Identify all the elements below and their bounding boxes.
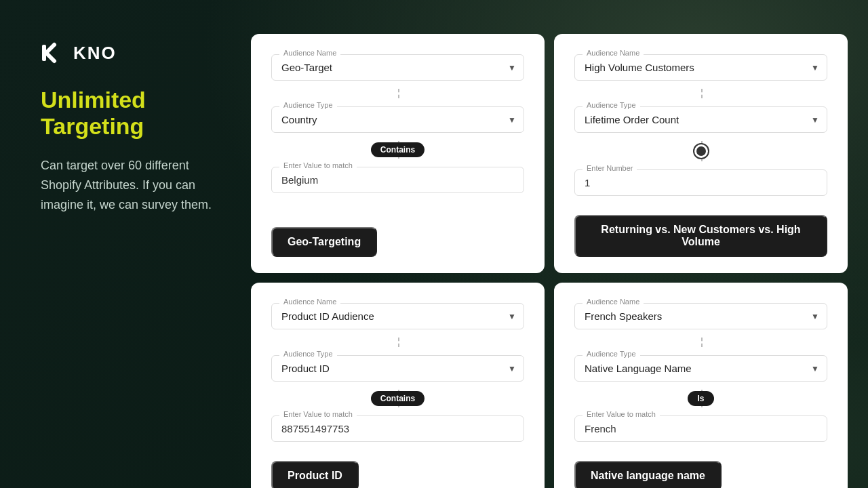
- audience-name-select-4[interactable]: French Speakers: [574, 303, 827, 329]
- audience-type-label-1: Audience Type: [279, 101, 337, 109]
- contains-badge-3: Contains: [371, 391, 425, 406]
- value-input-wrapper-1: Enter Value to match: [271, 167, 524, 193]
- audience-type-select-1[interactable]: Country: [271, 106, 524, 133]
- audience-type-label-2: Audience Type: [583, 101, 640, 109]
- number-connector-2: [574, 141, 827, 161]
- description: Can target over 60 different Shopify Att…: [41, 156, 217, 214]
- audience-type-label-4: Audience Type: [583, 350, 640, 358]
- number-input-2[interactable]: [574, 169, 827, 196]
- card-footer-4: Native language name: [574, 450, 827, 488]
- connector-3: [271, 338, 524, 347]
- card-french-speakers: Audience Name French Speakers ▼ Audience…: [554, 283, 848, 488]
- native-language-button[interactable]: Native language name: [574, 461, 722, 488]
- value-input-wrapper-4: Enter Value to match: [574, 415, 827, 442]
- value-input-label-1: Enter Value to match: [279, 161, 357, 169]
- value-input-label-3: Enter Value to match: [279, 410, 357, 418]
- audience-type-wrapper-1: Audience Type Country ▼: [271, 106, 524, 133]
- card-high-volume: Audience Name High Volume Customers ▼ Au…: [554, 34, 848, 273]
- badge-wrapper-1: Contains: [271, 141, 524, 159]
- value-input-wrapper-3: Enter Value to match: [271, 415, 524, 442]
- audience-name-wrapper-3: Audience Name Product ID Audience ▼: [271, 303, 524, 329]
- card-footer-2: Returning vs. New Customers vs. High Vol…: [574, 204, 827, 257]
- number-input-label-2: Enter Number: [583, 164, 637, 172]
- audience-type-select-2[interactable]: Lifetime Order Count: [574, 106, 827, 133]
- is-badge-4: Is: [688, 391, 713, 406]
- audience-name-wrapper-4: Audience Name French Speakers ▼: [574, 303, 827, 329]
- audience-name-label-2: Audience Name: [583, 49, 644, 57]
- product-id-button[interactable]: Product ID: [271, 461, 359, 488]
- value-input-3[interactable]: [271, 415, 524, 442]
- badge-wrapper-4: Is: [574, 390, 827, 407]
- audience-name-label-4: Audience Name: [583, 298, 644, 306]
- audience-name-label-1: Audience Name: [279, 49, 340, 57]
- headline: Unlimited Targeting: [41, 87, 217, 140]
- connector-2: [574, 89, 827, 98]
- audience-name-wrapper-2: Audience Name High Volume Customers ▼: [574, 54, 827, 81]
- sidebar: KNO Unlimited Targeting Can target over …: [0, 0, 244, 488]
- audience-type-label-3: Audience Type: [279, 350, 337, 358]
- returning-customers-button[interactable]: Returning vs. New Customers vs. High Vol…: [574, 215, 827, 257]
- audience-name-select-1[interactable]: Geo-Target: [271, 54, 524, 81]
- audience-type-select-3[interactable]: Product ID: [271, 355, 524, 382]
- audience-type-wrapper-3: Audience Type Product ID ▼: [271, 355, 524, 382]
- audience-name-select-2[interactable]: High Volume Customers: [574, 54, 827, 81]
- value-input-4[interactable]: [574, 415, 827, 442]
- card-geo-target: Audience Name Geo-Target ▼ Audience Type…: [251, 34, 545, 273]
- card-footer-3: Product ID: [271, 450, 524, 488]
- contains-badge-1: Contains: [371, 142, 425, 157]
- logo-text: KNO: [73, 43, 117, 64]
- geo-targeting-button[interactable]: Geo-Targeting: [271, 227, 377, 257]
- card-product-id: Audience Name Product ID Audience ▼ Audi…: [251, 283, 545, 488]
- audience-name-select-3[interactable]: Product ID Audience: [271, 303, 524, 329]
- kno-logo-icon: [41, 41, 65, 65]
- number-input-wrapper-2: Enter Number: [574, 169, 827, 196]
- dot-icon-2: [694, 144, 708, 158]
- audience-type-wrapper-2: Audience Type Lifetime Order Count ▼: [574, 106, 827, 133]
- connector-4: [574, 338, 827, 347]
- audience-name-wrapper-1: Audience Name Geo-Target ▼: [271, 54, 524, 81]
- card-footer-1: Geo-Targeting: [271, 216, 524, 257]
- badge-wrapper-3: Contains: [271, 390, 524, 407]
- connector-1: [271, 89, 524, 98]
- audience-type-select-4[interactable]: Native Language Name: [574, 355, 827, 382]
- value-input-1[interactable]: [271, 167, 524, 193]
- logo: KNO: [41, 41, 217, 65]
- audience-type-wrapper-4: Audience Type Native Language Name ▼: [574, 355, 827, 382]
- audience-name-label-3: Audience Name: [279, 298, 340, 306]
- cards-grid: Audience Name Geo-Target ▼ Audience Type…: [244, 0, 868, 488]
- value-input-label-4: Enter Value to match: [583, 410, 660, 418]
